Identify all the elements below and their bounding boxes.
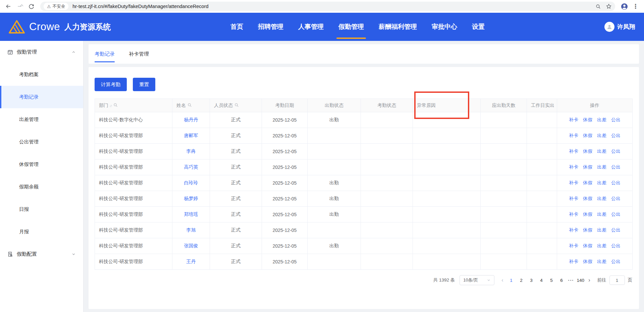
page-size-select[interactable]: 10条/页 — [460, 275, 494, 285]
action-link-business-trip[interactable]: 出差 — [597, 133, 606, 138]
tab-card-replacement[interactable]: 补卡管理 — [129, 44, 149, 64]
search-icon[interactable] — [113, 103, 118, 108]
action-link-business-trip[interactable]: 出差 — [597, 117, 606, 122]
sidebar-item-vacation[interactable]: 休假管理 — [0, 153, 83, 176]
security-chip[interactable]: ⚠ 不安全 — [44, 3, 68, 10]
sort-icon[interactable]: ↓↑ — [109, 104, 112, 108]
sidebar-item-outing[interactable]: 公出管理 — [0, 131, 83, 153]
employee-name-link[interactable]: 王丹 — [186, 259, 196, 264]
column-header-abnormal_reason[interactable]: 异常原因 — [413, 99, 481, 112]
employee-name-link[interactable]: 郑培瑶 — [184, 211, 198, 217]
column-header-name[interactable]: 姓名 — [172, 99, 210, 112]
action-link-outing[interactable]: 公出 — [611, 117, 621, 122]
column-header-person_status[interactable]: 人员状态 — [210, 99, 262, 112]
action-link-vacation[interactable]: 休假 — [583, 117, 592, 122]
prev-page-button[interactable]: ‹ — [499, 277, 505, 283]
action-link-outing[interactable]: 公出 — [611, 148, 621, 154]
action-link-vacation[interactable]: 休假 — [583, 133, 592, 138]
employee-name-link[interactable]: 李旭 — [186, 227, 196, 233]
search-icon[interactable] — [234, 103, 239, 108]
action-link-outing[interactable]: 公出 — [611, 164, 621, 170]
nav-item-recruitment[interactable]: 招聘管理 — [258, 13, 283, 41]
pager-ellipsis[interactable]: ••• — [567, 278, 575, 282]
bookmark-button[interactable] — [606, 3, 612, 9]
page-button-6[interactable]: 6 — [557, 278, 566, 283]
action-link-business-trip[interactable]: 出差 — [597, 243, 606, 248]
browser-forward-button[interactable] — [15, 1, 25, 11]
page-button-3[interactable]: 3 — [527, 278, 536, 283]
action-link-outing[interactable]: 公出 — [611, 243, 621, 248]
action-link-card-replacement[interactable]: 补卡 — [569, 164, 578, 170]
action-link-vacation[interactable]: 休假 — [583, 196, 592, 201]
nav-item-personnel[interactable]: 人事管理 — [298, 13, 324, 41]
employee-name-link[interactable]: 李冉 — [186, 148, 196, 154]
employee-name-link[interactable]: 杨梦婷 — [184, 196, 198, 201]
column-header-workday_actual[interactable]: 工作日实出 — [527, 99, 557, 112]
employee-name-link[interactable]: 张国俊 — [184, 243, 198, 248]
browser-back-button[interactable] — [3, 1, 13, 11]
action-link-vacation[interactable]: 休假 — [583, 259, 592, 264]
sidebar-item-business-trip[interactable]: 出差管理 — [0, 108, 83, 131]
sidebar-item-monthly-report[interactable]: 月报 — [0, 221, 83, 243]
nav-item-compensation[interactable]: 薪酬福利管理 — [379, 13, 417, 41]
action-link-card-replacement[interactable]: 补卡 — [569, 180, 578, 185]
action-link-vacation[interactable]: 休假 — [583, 180, 592, 185]
browser-refresh-button[interactable] — [26, 1, 36, 11]
action-link-outing[interactable]: 公出 — [611, 211, 621, 217]
column-header-attend_status[interactable]: 出勤状态 — [308, 99, 361, 112]
action-link-vacation[interactable]: 休假 — [583, 227, 592, 233]
action-link-business-trip[interactable]: 出差 — [597, 259, 606, 264]
action-link-vacation[interactable]: 休假 — [583, 211, 592, 217]
nav-item-approval-center[interactable]: 审批中心 — [432, 13, 457, 41]
sidebar-group-attendance-config[interactable]: 假勤配置 — [0, 243, 83, 265]
page-button-5[interactable]: 5 — [547, 278, 556, 283]
address-bar[interactable]: ⚠ 不安全 hr-test.zjf-it.cn/#/fakeDuty/fakeD… — [40, 2, 615, 11]
nav-item-settings[interactable]: 设置 — [472, 13, 485, 41]
employee-name-link[interactable]: 唐郦军 — [184, 133, 198, 138]
sidebar-item-attendance-archive[interactable]: 考勤档案 — [0, 63, 83, 86]
sidebar-group-attendance-management[interactable]: 假勤管理 — [0, 41, 83, 63]
action-link-card-replacement[interactable]: 补卡 — [569, 117, 578, 122]
column-header-duty_status[interactable]: 考勤状态 — [361, 99, 413, 112]
employee-name-link[interactable]: 杨丹丹 — [184, 117, 198, 122]
column-header-required_days[interactable]: 应出勤天数 — [481, 99, 527, 112]
action-link-business-trip[interactable]: 出差 — [597, 148, 606, 154]
sidebar-item-leave-balance[interactable]: 假期余额 — [0, 176, 83, 198]
action-link-business-trip[interactable]: 出差 — [597, 180, 606, 185]
action-link-card-replacement[interactable]: 补卡 — [569, 243, 578, 248]
reset-button[interactable]: 重置 — [133, 78, 155, 91]
action-link-card-replacement[interactable]: 补卡 — [569, 196, 578, 201]
tab-attendance-record[interactable]: 考勤记录 — [95, 44, 115, 64]
action-link-card-replacement[interactable]: 补卡 — [569, 227, 578, 233]
page-button-1[interactable]: 1 — [507, 278, 516, 283]
column-header-date[interactable]: 考勤日期 — [262, 99, 308, 112]
employee-name-link[interactable]: 白玲玲 — [184, 180, 198, 185]
employee-name-link[interactable]: 高巧英 — [184, 164, 198, 170]
action-link-outing[interactable]: 公出 — [611, 227, 621, 233]
column-header-actions[interactable]: 操作 — [557, 99, 633, 112]
action-link-outing[interactable]: 公出 — [611, 196, 621, 201]
action-link-business-trip[interactable]: 出差 — [597, 164, 606, 170]
action-link-outing[interactable]: 公出 — [611, 133, 621, 138]
search-icon[interactable] — [187, 103, 192, 108]
action-link-card-replacement[interactable]: 补卡 — [569, 259, 578, 264]
action-link-vacation[interactable]: 休假 — [583, 164, 592, 170]
sidebar-item-attendance-record[interactable]: 考勤记录 — [0, 86, 83, 108]
action-link-business-trip[interactable]: 出差 — [597, 211, 606, 217]
action-link-card-replacement[interactable]: 补卡 — [569, 211, 578, 217]
action-link-vacation[interactable]: 休假 — [583, 148, 592, 154]
nav-item-home[interactable]: 首页 — [230, 13, 243, 41]
page-button-140[interactable]: 140 — [576, 278, 585, 283]
nav-item-attendance[interactable]: 假勤管理 — [338, 13, 364, 41]
column-header-dept[interactable]: 部门↓↑ — [95, 99, 172, 112]
browser-profile-button[interactable] — [619, 1, 629, 11]
goto-page-input[interactable] — [609, 275, 625, 285]
browser-menu-button[interactable]: ⋮ — [631, 3, 641, 10]
action-link-business-trip[interactable]: 出差 — [597, 227, 606, 233]
sidebar-item-daily-report[interactable]: 日报 — [0, 198, 83, 221]
action-link-card-replacement[interactable]: 补卡 — [569, 148, 578, 154]
calculate-attendance-button[interactable]: 计算考勤 — [95, 78, 127, 91]
action-link-outing[interactable]: 公出 — [611, 180, 621, 185]
action-link-card-replacement[interactable]: 补卡 — [569, 133, 578, 138]
page-button-2[interactable]: 2 — [517, 278, 526, 283]
